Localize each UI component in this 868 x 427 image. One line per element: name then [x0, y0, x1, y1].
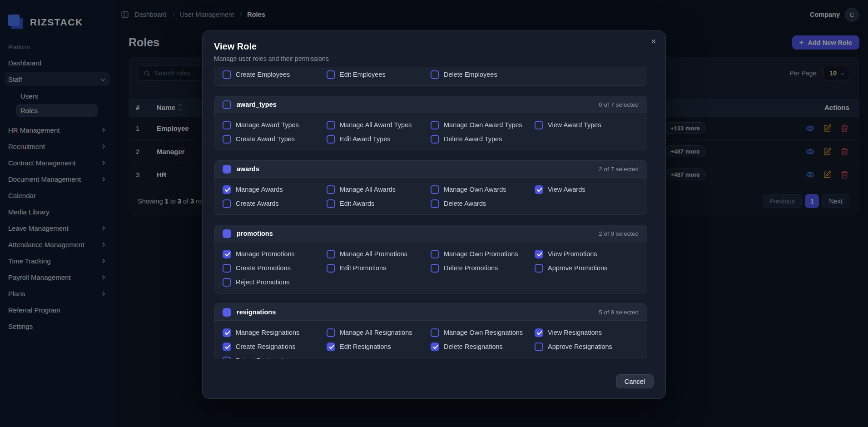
- permission-item[interactable]: View Awards: [535, 184, 639, 194]
- permission-item[interactable]: Manage All Award Types: [327, 120, 431, 130]
- checkbox: [223, 135, 231, 144]
- section-name: awards: [237, 165, 259, 173]
- section-checkbox[interactable]: [223, 229, 231, 238]
- permission-label: Edit Awards: [340, 200, 374, 207]
- permission-label: Delete Award Types: [444, 135, 502, 143]
- permission-label: View Promotions: [548, 250, 597, 258]
- permission-label: Create Employees: [236, 71, 290, 78]
- section-selected-count: 2 of 9 selected: [599, 230, 639, 237]
- checkbox: [223, 121, 231, 129]
- checkbox: [223, 199, 231, 208]
- checkbox: [535, 264, 543, 273]
- permission-item[interactable]: Approve Promotions: [535, 263, 639, 273]
- permission-label: Manage Own Awards: [444, 186, 506, 193]
- section-checkbox[interactable]: [223, 165, 231, 174]
- permission-item[interactable]: Manage Resignations: [223, 328, 327, 338]
- checkbox: [327, 121, 335, 129]
- permission-item[interactable]: Manage Promotions: [223, 249, 327, 259]
- permission-item[interactable]: View Award Types: [535, 120, 639, 130]
- section-name: resignations: [237, 308, 276, 316]
- permission-item[interactable]: Manage All Promotions: [327, 249, 431, 259]
- permissions-scroll-area[interactable]: Create Employees Edit Employees Delete E…: [214, 67, 647, 359]
- permission-item[interactable]: Create Employees: [223, 70, 327, 79]
- permission-item[interactable]: Manage All Awards: [327, 184, 431, 194]
- section-name: award_types: [237, 101, 277, 108]
- permission-item[interactable]: Reject Resignations: [223, 356, 327, 359]
- permission-label: Manage All Award Types: [340, 121, 412, 129]
- modal-footer: Cancel: [203, 359, 665, 388]
- checkbox: [431, 328, 439, 337]
- permission-label: View Award Types: [548, 121, 601, 129]
- permission-item[interactable]: Manage Own Awards: [431, 184, 535, 194]
- checkbox: [535, 121, 543, 129]
- permission-grid: Manage Awards Manage All Awards Manage O…: [214, 178, 647, 214]
- permission-item[interactable]: Manage Own Promotions: [431, 249, 535, 259]
- checkbox: [431, 70, 439, 79]
- permission-item[interactable]: View Resignations: [535, 328, 639, 338]
- section-checkbox[interactable]: [223, 100, 231, 109]
- view-role-modal: View Role Manage user roles and their pe…: [202, 30, 666, 399]
- permission-item[interactable]: Manage Awards: [223, 184, 327, 194]
- permission-item[interactable]: Delete Awards: [431, 199, 535, 209]
- permission-grid: Manage Promotions Manage All Promotions …: [214, 242, 647, 293]
- permission-item[interactable]: Edit Award Types: [327, 134, 431, 144]
- permission-section-award-types: award_types 0 of 7 selected Manage Award…: [214, 96, 647, 150]
- permission-item[interactable]: Manage Award Types: [223, 120, 327, 130]
- checkbox: [223, 343, 231, 351]
- section-selected-count: 0 of 7 selected: [599, 101, 639, 108]
- permission-item[interactable]: Approve Resignations: [535, 342, 639, 352]
- cancel-button[interactable]: Cancel: [616, 374, 654, 388]
- permission-label: Edit Resignations: [340, 343, 391, 350]
- permission-section-promotions: promotions 2 of 9 selected Manage Promot…: [214, 225, 647, 293]
- checkbox: [327, 70, 335, 79]
- permission-label: Create Award Types: [236, 135, 295, 143]
- permission-label: Manage Award Types: [236, 121, 299, 129]
- permission-item[interactable]: Manage All Resignations: [327, 328, 431, 338]
- permission-item[interactable]: Delete Promotions: [431, 263, 535, 273]
- section-header: promotions 2 of 9 selected: [214, 225, 647, 242]
- permission-item[interactable]: Create Promotions: [223, 263, 327, 273]
- permission-grid: Manage Resignations Manage All Resignati…: [214, 321, 647, 359]
- modal-title: View Role: [214, 41, 654, 52]
- section-header: awards 2 of 7 selected: [214, 161, 647, 178]
- permission-item[interactable]: Create Resignations: [223, 342, 327, 352]
- permission-item[interactable]: Reject Promotions: [223, 277, 327, 287]
- checkbox: [431, 185, 439, 194]
- checkbox: [223, 264, 231, 273]
- checkbox: [223, 185, 231, 194]
- permission-label: Edit Award Types: [340, 135, 391, 143]
- permission-item[interactable]: Edit Awards: [327, 199, 431, 209]
- permission-label: Manage Own Award Types: [444, 121, 522, 129]
- permission-label: Create Resignations: [236, 343, 295, 350]
- close-icon[interactable]: ×: [651, 36, 656, 46]
- permission-item[interactable]: View Promotions: [535, 249, 639, 259]
- checkbox: [431, 135, 439, 144]
- permission-item[interactable]: Manage Own Resignations: [431, 328, 535, 338]
- permission-label: Manage Promotions: [236, 250, 295, 258]
- checkbox: [431, 199, 439, 208]
- permission-label: View Awards: [548, 186, 585, 193]
- permission-label: View Resignations: [548, 329, 602, 336]
- permission-item[interactable]: Manage Own Award Types: [431, 120, 535, 130]
- permission-item[interactable]: Edit Employees: [327, 70, 431, 79]
- section-checkbox[interactable]: [223, 308, 231, 317]
- checkbox: [327, 328, 335, 337]
- permission-item[interactable]: Delete Employees: [431, 70, 535, 79]
- permission-item[interactable]: Delete Award Types: [431, 134, 535, 144]
- modal-header: View Role Manage user roles and their pe…: [203, 31, 665, 63]
- checkbox: [327, 343, 335, 351]
- section-selected-count: 2 of 7 selected: [599, 166, 639, 173]
- checkbox: [223, 70, 231, 79]
- checkbox: [327, 185, 335, 194]
- permission-item[interactable]: Edit Promotions: [327, 263, 431, 273]
- permission-label: Manage Resignations: [236, 329, 299, 336]
- permission-label: Manage All Promotions: [340, 250, 407, 258]
- permission-label: Edit Promotions: [340, 264, 386, 272]
- permission-item[interactable]: Create Award Types: [223, 134, 327, 144]
- permission-label: Manage All Awards: [340, 186, 396, 193]
- permission-item[interactable]: Create Awards: [223, 199, 327, 209]
- permission-item[interactable]: Edit Resignations: [327, 342, 431, 352]
- permission-label: Manage Own Promotions: [444, 250, 518, 258]
- permission-item[interactable]: Delete Resignations: [431, 342, 535, 352]
- checkbox: [327, 250, 335, 258]
